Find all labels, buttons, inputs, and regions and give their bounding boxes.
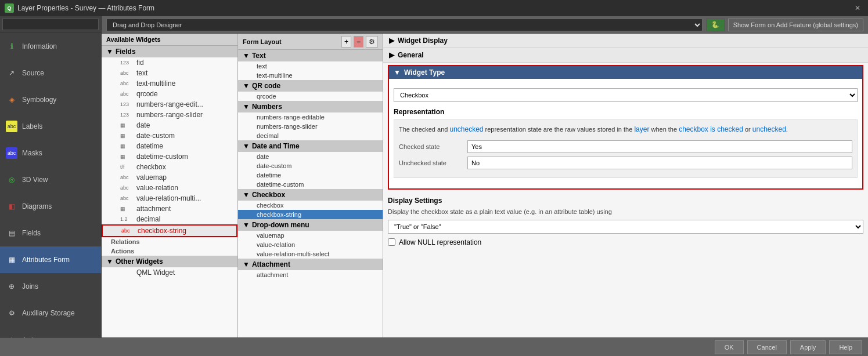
help-button[interactable]: Help — [829, 340, 862, 354]
checked-state-label: Checked state — [399, 143, 463, 150]
ft-attachment[interactable]: attachment — [238, 270, 383, 279]
ft-numbers-range-slider[interactable]: numbers-range-slider — [238, 122, 383, 131]
ft-text[interactable]: text — [238, 61, 383, 71]
general-section: ▶ General — [383, 48, 868, 63]
widget-qml[interactable]: QML Widget — [102, 267, 237, 278]
ft-decimal[interactable]: decimal — [238, 131, 383, 140]
unchecked-state-input[interactable] — [467, 157, 852, 169]
widget-value-relation-multi[interactable]: abcvalue-relation-multi... — [102, 193, 237, 204]
sidebar-item-diagrams[interactable]: ◧ Diagrams — [0, 193, 101, 220]
sidebar: ℹ Information ↗ Source ◈ Symbology abc L… — [0, 16, 102, 356]
sidebar-item-3dview[interactable]: ◎ 3D View — [0, 166, 101, 193]
widget-text-multiline[interactable]: abctext-multiline — [102, 78, 237, 89]
group-qrcode[interactable]: ▼ QR code — [238, 80, 383, 92]
widget-datetime-custom[interactable]: ▦datetime-custom — [102, 151, 237, 162]
group-dropdown[interactable]: ▼ Drop-down menu — [238, 219, 383, 231]
collapse-icon: ▼ — [243, 103, 250, 111]
sidebar-item-fields[interactable]: ▤ Fields — [0, 220, 101, 246]
collapse-icon: ▼ — [243, 260, 250, 268]
sidebar-item-label: Fields — [22, 229, 41, 237]
sidebar-item-label: Attributes Form — [22, 256, 70, 264]
sidebar-item-label: Symbology — [22, 96, 56, 104]
display-options-select[interactable]: "True" or "False" "Yes" or "No" 1 or 0 — [388, 220, 863, 234]
checked-state-input[interactable] — [467, 140, 852, 153]
widget-checkbox-string[interactable]: abc checkbox-string — [102, 224, 237, 237]
widget-datetime[interactable]: ▦datetime — [102, 141, 237, 151]
widget-qrcode[interactable]: abcqrcode — [102, 89, 237, 99]
ft-date-custom[interactable]: date-custom — [238, 161, 383, 170]
other-widgets-header[interactable]: ▼ Other Widgets — [102, 256, 237, 267]
sidebar-item-masks[interactable]: abc Masks — [0, 140, 101, 166]
source-icon: ↗ — [6, 67, 17, 79]
widget-numbers-range-edit[interactable]: 123numbers-range-edit... — [102, 99, 237, 110]
widget-numbers-range-slider[interactable]: 123numbers-range-slider — [102, 110, 237, 120]
ft-text-multiline[interactable]: text-multiline — [238, 71, 383, 80]
sidebar-item-label: Masks — [22, 149, 42, 157]
remove-item-button[interactable]: − — [354, 36, 363, 48]
python-button[interactable]: 🐍 — [706, 19, 725, 31]
content-area: Drag and Drop Designer 🐍 Show Form on Ad… — [102, 16, 868, 356]
labels-icon: abc — [6, 121, 17, 132]
joins-icon: ⊕ — [6, 281, 17, 292]
sidebar-item-labels[interactable]: abc Labels — [0, 113, 101, 140]
designer-dropdown[interactable]: Drag and Drop Designer — [106, 19, 703, 31]
widget-decimal[interactable]: 1.2decimal — [102, 214, 237, 224]
apply-button[interactable]: Apply — [790, 340, 826, 354]
widget-fid[interactable]: 123fid — [102, 57, 237, 68]
group-attachment[interactable]: ▼ Attachment — [238, 259, 383, 270]
widget-date[interactable]: ▦date — [102, 120, 237, 130]
group-text[interactable]: ▼ Text — [238, 50, 383, 61]
ft-datetime[interactable]: datetime — [238, 170, 383, 180]
sidebar-item-symbology[interactable]: ◈ Symbology — [0, 86, 101, 113]
form-layout-panel: Form Layout + − ⚙ ▼ Text text text-multi… — [238, 34, 383, 356]
group-numbers[interactable]: ▼ Numbers — [238, 101, 383, 112]
expand-icon: ▶ — [389, 51, 394, 59]
ft-date[interactable]: date — [238, 152, 383, 161]
sidebar-item-attributes-form[interactable]: ▦ Attributes Form — [0, 246, 101, 273]
sidebar-item-information[interactable]: ℹ Information — [0, 33, 101, 60]
widget-text[interactable]: abctext — [102, 68, 237, 78]
group-date-time[interactable]: ▼ Date and Time — [238, 140, 383, 152]
widget-date-custom[interactable]: ▦date-custom — [102, 130, 237, 141]
ok-button[interactable]: OK — [715, 340, 744, 354]
form-layout-settings-button[interactable]: ⚙ — [366, 36, 378, 48]
allow-null-label: Allow NULL representation — [399, 238, 481, 246]
sidebar-item-auxiliary-storage[interactable]: ⚙ Auxiliary Storage — [0, 300, 101, 326]
window-title: Layer Properties - Survey — Attributes F… — [17, 4, 154, 12]
actions-section[interactable]: Actions — [102, 246, 237, 256]
widget-display-section: ▶ Widget Display — [383, 34, 868, 48]
show-form-button[interactable]: Show Form on Add Feature (global setting… — [728, 19, 863, 31]
ft-qrcode[interactable]: qrcode — [238, 92, 383, 101]
ft-checkbox-string[interactable]: checkbox-string — [238, 210, 383, 219]
widget-type-header[interactable]: ▼ Widget Type — [389, 66, 862, 79]
ft-numbers-range-editable[interactable]: numbers-range-editable — [238, 112, 383, 122]
allow-null-row: Allow NULL representation — [388, 238, 863, 246]
fields-section-header[interactable]: ▼ Fields — [102, 46, 237, 57]
widget-attachment[interactable]: ▦attachment — [102, 204, 237, 214]
add-group-button[interactable]: + — [341, 36, 351, 48]
general-header[interactable]: ▶ General — [383, 48, 868, 62]
widget-valuemap[interactable]: abcvaluemap — [102, 172, 237, 183]
ft-value-relation-multi-select[interactable]: value-relation-multi-select — [238, 249, 383, 259]
app-icon: Q — [5, 3, 14, 13]
widget-checkbox[interactable]: t/fcheckbox — [102, 162, 237, 172]
widget-display-header[interactable]: ▶ Widget Display — [383, 34, 868, 48]
ft-value-relation[interactable]: value-relation — [238, 240, 383, 249]
relations-section[interactable]: Relations — [102, 237, 237, 246]
widget-type-select[interactable]: Checkbox Text Edit Date/Time Value Map V… — [394, 88, 858, 102]
display-settings-section: Display Settings Display the checkbox st… — [383, 192, 868, 251]
sidebar-item-joins[interactable]: ⊕ Joins — [0, 273, 101, 300]
ft-datetime-custom[interactable]: datetime-custom — [238, 180, 383, 189]
close-button[interactable]: ✕ — [852, 2, 863, 14]
group-checkbox[interactable]: ▼ Checkbox — [238, 189, 383, 201]
attributes-form-icon: ▦ — [6, 254, 17, 266]
collapse-icon: ▼ — [243, 82, 250, 90]
search-input[interactable] — [2, 19, 99, 30]
ft-checkbox[interactable]: checkbox — [238, 201, 383, 210]
sidebar-search[interactable] — [0, 16, 101, 33]
cancel-button[interactable]: Cancel — [747, 340, 787, 354]
ft-valuemap[interactable]: valuemap — [238, 231, 383, 240]
allow-null-checkbox[interactable] — [388, 238, 395, 246]
widget-value-relation[interactable]: abcvalue-relation — [102, 183, 237, 193]
sidebar-item-source[interactable]: ↗ Source — [0, 60, 101, 86]
